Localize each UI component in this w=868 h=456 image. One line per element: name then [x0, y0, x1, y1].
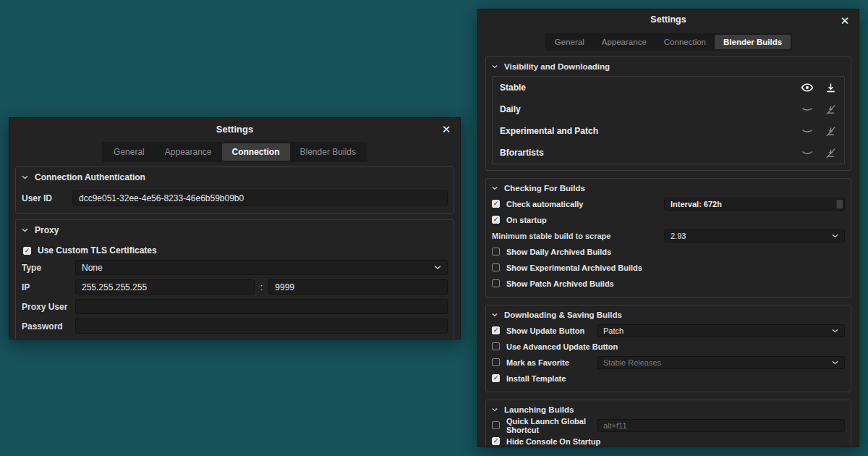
build-row-experimental-patch: Experimental and Patch	[493, 120, 844, 142]
check-automatically-checkbox[interactable]	[492, 200, 500, 208]
tab-connection[interactable]: Connection	[222, 143, 290, 161]
section-title: Downloading & Saving Builds	[504, 311, 622, 319]
proxy-ip-input[interactable]: 255.255.255.255	[75, 279, 255, 295]
checking-group: Checking For Builds Check automatically …	[485, 178, 851, 297]
use-custom-tls-label: Use Custom TLS Certificates	[38, 245, 157, 256]
show-daily-archived[interactable]: Show Daily Archived Builds	[492, 248, 845, 256]
tab-blender-builds[interactable]: Blender Builds	[715, 35, 791, 49]
chevron-down-icon	[492, 186, 498, 190]
tab-general[interactable]: General	[546, 35, 593, 49]
user-id-input[interactable]: dcc9e051-32ee-4e56-8233-46e6b59b09b0	[72, 190, 448, 206]
visibility-group: Visibility and Downloading Stable	[485, 56, 851, 171]
show-daily-archived-checkbox[interactable]	[492, 248, 500, 256]
mark-as-favorite[interactable]: Mark as Favorite	[492, 358, 597, 367]
chevron-down-icon	[492, 64, 498, 69]
section-header[interactable]: Checking For Builds	[492, 180, 845, 195]
quick-launch[interactable]: Quick Launch Global Shortcut	[492, 417, 597, 434]
show-patch-archived-label: Show Patch Archived Builds	[506, 279, 614, 288]
download-off-icon[interactable]	[825, 125, 837, 138]
build-row-daily: Daily	[493, 98, 844, 120]
download-off-icon[interactable]	[825, 104, 837, 116]
mark-as-favorite-row: Mark as Favorite Stable Releases	[492, 355, 845, 370]
build-label: Stable	[500, 83, 526, 93]
show-update-button-label: Show Update Button	[506, 326, 584, 335]
tab-connection[interactable]: Connection	[655, 35, 715, 49]
use-advanced-update-row: Use Advanced Update Button	[492, 339, 845, 354]
section-title: Connection Authentication	[35, 172, 145, 182]
user-id-row: User ID dcc9e051-32ee-4e56-8233-46e6b59b…	[22, 190, 448, 206]
hide-console[interactable]: Hide Console On Startup	[492, 437, 845, 446]
show-update-button[interactable]: Show Update Button	[492, 326, 597, 335]
tab-bar: General Appearance Connection Blender Bu…	[545, 33, 792, 51]
show-experimental-archived[interactable]: Show Experimental Archived Builds	[492, 263, 845, 272]
update-type-value: Patch	[603, 326, 624, 335]
eye-closed-icon[interactable]	[801, 103, 814, 116]
section-header[interactable]: Downloading & Saving Builds	[492, 307, 845, 322]
use-advanced-update-checkbox[interactable]	[492, 342, 500, 350]
close-icon[interactable]: ✕	[838, 14, 851, 27]
show-daily-archived-label: Show Daily Archived Builds	[506, 248, 611, 256]
proxy-port-input[interactable]: 9999	[268, 279, 448, 295]
proxy-type-value: None	[82, 263, 103, 273]
downloading-group: Downloading & Saving Builds Show Update …	[485, 305, 851, 392]
quick-launch-checkbox[interactable]	[492, 421, 500, 429]
show-patch-archived[interactable]: Show Patch Archived Builds	[492, 279, 845, 288]
proxy-user-input[interactable]	[75, 299, 448, 314]
download-off-icon[interactable]	[825, 147, 837, 159]
interval-slider[interactable]: Interval: 672h	[664, 198, 845, 211]
tab-appearance[interactable]: Appearance	[155, 143, 222, 161]
install-template-checkbox[interactable]	[492, 374, 500, 382]
on-startup-checkbox[interactable]	[492, 216, 500, 224]
eye-closed-icon[interactable]	[801, 124, 814, 138]
check-automatically[interactable]: Check automatically	[492, 200, 664, 208]
chevron-down-icon	[434, 265, 441, 270]
eye-open-icon[interactable]	[801, 81, 814, 94]
shortcut-input[interactable]: alt+f11	[597, 419, 845, 432]
tab-appearance[interactable]: Appearance	[593, 35, 655, 49]
build-label: Experimental and Patch	[500, 126, 598, 136]
proxy-type-label: Type	[22, 263, 69, 273]
settings-dialog-blender-builds: Settings ✕ General Appearance Connection…	[477, 9, 859, 447]
mark-as-favorite-checkbox[interactable]	[492, 358, 500, 366]
shortcut-value: alt+f11	[603, 421, 627, 430]
interval-value: Interval: 672h	[671, 200, 722, 208]
build-row-stable: Stable	[493, 77, 844, 98]
proxy-group: Proxy Use Custom TLS Certificates Type N…	[15, 219, 454, 339]
use-advanced-update[interactable]: Use Advanced Update Button	[492, 342, 845, 351]
section-header[interactable]: Connection Authentication	[22, 169, 448, 186]
show-patch-archived-checkbox[interactable]	[492, 279, 500, 287]
section-header[interactable]: Proxy	[22, 221, 448, 239]
section-header[interactable]: Visibility and Downloading	[492, 59, 845, 74]
on-startup[interactable]: On startup	[492, 216, 845, 224]
tab-blender-builds[interactable]: Blender Builds	[290, 143, 366, 161]
launching-group: Launching Builds Quick Launch Global Sho…	[485, 400, 851, 447]
show-experimental-archived-checkbox[interactable]	[492, 263, 500, 271]
section-header[interactable]: Launching Builds	[492, 402, 845, 417]
check-automatically-row: Check automatically Interval: 672h	[492, 196, 845, 211]
tab-general[interactable]: General	[103, 143, 155, 161]
section-title: Proxy	[35, 225, 59, 235]
chevron-down-icon	[832, 234, 838, 238]
use-custom-tls-row[interactable]: Use Custom TLS Certificates	[23, 245, 448, 256]
proxy-password-input[interactable]	[75, 318, 448, 334]
section-title: Visibility and Downloading	[504, 62, 610, 71]
download-icon[interactable]	[825, 82, 837, 94]
proxy-password-label: Password	[22, 321, 69, 332]
connection-authentication-group: Connection Authentication User ID dcc9e0…	[15, 166, 454, 214]
show-experimental-archived-label: Show Experimental Archived Builds	[506, 263, 642, 272]
install-template-row: Install Template	[492, 371, 845, 386]
hide-console-checkbox[interactable]	[492, 437, 500, 445]
build-label: Bforartists	[500, 148, 544, 158]
install-template[interactable]: Install Template	[492, 374, 845, 383]
min-stable-dropdown[interactable]: 2.93	[664, 229, 845, 242]
show-update-button-checkbox[interactable]	[492, 326, 500, 334]
favorite-dropdown[interactable]: Stable Releases	[597, 356, 845, 369]
use-custom-tls-checkbox[interactable]	[23, 247, 31, 255]
eye-closed-icon[interactable]	[801, 146, 814, 159]
user-id-label: User ID	[22, 193, 67, 203]
blender-builds-tab-content: Visibility and Downloading Stable	[478, 51, 859, 447]
proxy-type-dropdown[interactable]: None	[75, 260, 448, 275]
slider-handle[interactable]	[836, 200, 843, 208]
update-type-dropdown[interactable]: Patch	[597, 324, 845, 337]
close-icon[interactable]: ✕	[440, 122, 453, 135]
